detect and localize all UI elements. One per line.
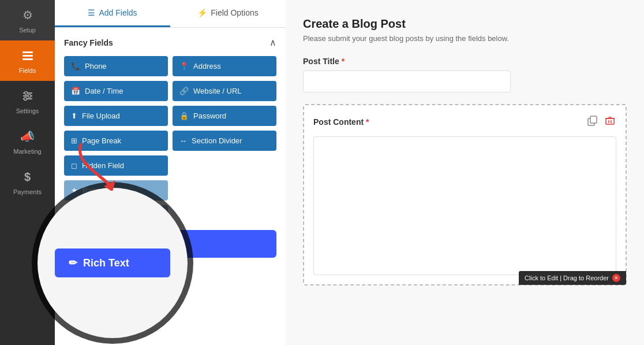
gear-icon: ⚙ — [20, 7, 36, 23]
close-button[interactable]: ✕ — [612, 274, 620, 282]
post-content-textarea[interactable] — [313, 136, 616, 275]
tab-field-options[interactable]: ⚡ Field Options — [170, 0, 286, 27]
sidebar-item-settings[interactable]: Settings — [0, 81, 55, 121]
lock-icon: 🔒 — [179, 112, 189, 120]
rich-text-row: ✏ Rich Text — [64, 230, 276, 258]
post-content-label: Post Content * — [313, 117, 369, 127]
required-star-1: * — [342, 57, 345, 66]
file-upload-button[interactable]: ⬆ File Upload — [64, 106, 168, 126]
content-actions — [586, 114, 616, 129]
sidebar-item-setup[interactable]: ⚙ Setup — [0, 0, 55, 40]
svg-rect-1 — [23, 55, 33, 57]
required-star-2: * — [366, 117, 369, 127]
phone-icon: 📞 — [71, 62, 80, 71]
rating-button[interactable]: ★ Rating — [64, 180, 168, 201]
settings-icon — [20, 88, 36, 104]
duplicate-button[interactable] — [586, 114, 599, 129]
address-icon: 📍 — [179, 62, 189, 71]
website-url-button[interactable]: 🔗 Website / URL — [173, 81, 276, 101]
svg-rect-12 — [606, 118, 614, 124]
form-title: Create a Blog Post — [303, 17, 627, 31]
form-subtitle: Please submit your guest blog posts by u… — [303, 34, 627, 43]
page-break-icon: ⊞ — [71, 136, 77, 145]
partial-row-1: ◻ Hidden Field — [64, 155, 276, 176]
post-content-area: Post Content * — [303, 104, 627, 285]
link-icon: 🔗 — [179, 87, 189, 95]
hidden-icon: ◻ — [71, 161, 77, 170]
fancy-fields-grid: 📞 Phone 📍 Address 📅 Date / Time 🔗 Websit… — [64, 56, 276, 151]
click-edit-bar: Click to Edit | Drag to Reorder ✕ — [519, 271, 626, 285]
partial-row-4: 📊 Net Promoter Score — [64, 262, 276, 283]
fields-content: Fancy Fields ∧ 📞 Phone 📍 Address 📅 Date … — [55, 28, 286, 345]
nps-icon: 📊 — [71, 268, 80, 277]
partial-row-3: ✍ Signature — [64, 205, 276, 225]
sidebar: ⚙ Setup Fields Settings 📣 Market — [0, 0, 55, 345]
upload-icon: ⬆ — [71, 112, 77, 120]
fancy-fields-header: Fancy Fields ∧ — [64, 37, 276, 48]
svg-rect-0 — [23, 51, 33, 53]
partial-row-2: ★ Rating — [64, 180, 276, 201]
fancy-fields-title: Fancy Fields — [64, 38, 113, 47]
delete-button[interactable] — [604, 114, 616, 129]
calendar-icon: 📅 — [71, 87, 80, 95]
field-options-tab-icon: ⚡ — [197, 8, 207, 17]
section-divider-icon: ↔ — [179, 136, 187, 145]
content-header: Post Content * — [313, 114, 616, 129]
trash-icon — [605, 116, 615, 126]
tab-add-fields[interactable]: ☰ Add Fields — [55, 0, 170, 27]
svg-point-6 — [24, 92, 27, 95]
duplicate-icon — [587, 116, 598, 126]
partial-fields: ◻ Hidden Field ★ Rating ✍ Signature — [64, 155, 276, 287]
rich-text-button[interactable]: ✏ Rich Text — [64, 230, 276, 258]
sidebar-item-marketing[interactable]: 📣 Marketing — [0, 121, 55, 162]
svg-point-7 — [28, 95, 31, 98]
svg-rect-11 — [590, 116, 597, 123]
form-panel: Create a Blog Post Please submit your gu… — [286, 0, 644, 345]
section-divider-button[interactable]: ↔ Section Divider — [173, 131, 276, 151]
page-break-button[interactable]: ⊞ Page Break — [64, 131, 168, 151]
signature-button[interactable]: ✍ Signature — [64, 205, 168, 225]
fields-icon — [20, 47, 36, 64]
rating-icon: ★ — [71, 186, 78, 195]
post-title-input[interactable] — [303, 71, 511, 92]
add-fields-tab-icon: ☰ — [88, 8, 95, 17]
date-time-button[interactable]: 📅 Date / Time — [64, 81, 168, 101]
signature-icon: ✍ — [71, 211, 80, 220]
svg-point-8 — [24, 98, 27, 101]
fields-panel: ☰ Add Fields ⚡ Field Options Fancy Field… — [55, 0, 286, 345]
sidebar-item-payments[interactable]: $ Payments — [0, 162, 55, 202]
phone-button[interactable]: 📞 Phone — [64, 56, 168, 76]
net-promoter-score-button[interactable]: 📊 Net Promoter Score — [64, 262, 168, 283]
password-button[interactable]: 🔒 Password — [173, 106, 276, 126]
chevron-icon[interactable]: ∧ — [269, 37, 276, 48]
marketing-icon: 📣 — [20, 128, 36, 144]
richtext-icon: ✏ — [74, 240, 81, 248]
address-button[interactable]: 📍 Address — [173, 56, 276, 76]
hidden-field-button[interactable]: ◻ Hidden Field — [64, 155, 168, 176]
post-title-label: Post Title * — [303, 57, 627, 66]
svg-rect-2 — [23, 58, 33, 60]
tabs-bar: ☰ Add Fields ⚡ Field Options — [55, 0, 286, 28]
sidebar-item-fields[interactable]: Fields — [0, 40, 55, 81]
payments-icon: $ — [20, 169, 36, 185]
